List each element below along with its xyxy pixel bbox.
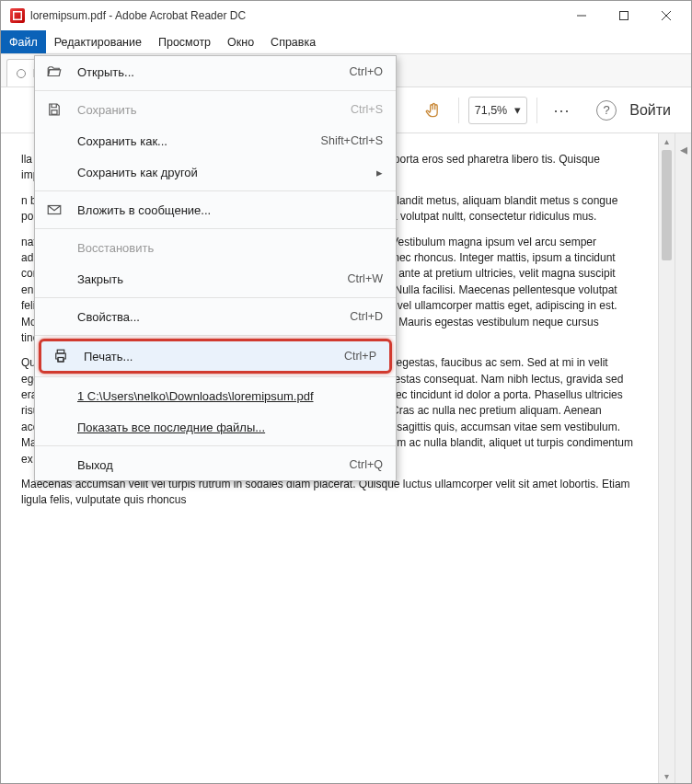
menu-revert: Восстановить: [35, 232, 396, 263]
menu-help[interactable]: Справка: [262, 30, 324, 53]
tools-pane-toggle[interactable]: ◂: [675, 133, 691, 783]
menu-open-shortcut: Ctrl+O: [350, 65, 383, 78]
signin-button[interactable]: Войти: [629, 102, 671, 119]
chevron-down-icon: ▾: [514, 103, 521, 117]
save-icon: [44, 99, 64, 120]
signin-area: ? Войти: [583, 100, 684, 121]
menubar: Файл Редактирование Просмотр Окно Справк…: [1, 30, 691, 54]
scroll-up-icon[interactable]: ▴: [659, 133, 675, 148]
menu-properties-shortcut: Ctrl+D: [350, 310, 383, 323]
close-button[interactable]: [645, 1, 687, 30]
printer-icon: [51, 346, 71, 366]
menu-save-as-other[interactable]: Сохранить как другой ▸: [35, 156, 396, 188]
paragraph: Maecenas accumsan velit vel turpis rutru…: [21, 477, 638, 509]
menu-recent-1-label: 1 C:\Users\nelko\Downloads\loremipsum.pd…: [77, 389, 383, 403]
menu-file[interactable]: Файл: [1, 30, 46, 53]
menu-attach-email-label: Вложить в сообщение...: [77, 203, 383, 217]
menu-exit[interactable]: Выход Ctrl+Q: [35, 449, 396, 480]
menu-close-label: Закрыть: [77, 272, 347, 286]
menu-open-label: Открыть...: [77, 65, 350, 79]
menu-close-shortcut: Ctrl+W: [347, 272, 383, 285]
svg-rect-7: [58, 358, 63, 363]
help-icon[interactable]: ?: [596, 100, 617, 121]
menu-exit-label: Выход: [77, 458, 350, 472]
zoom-value: 71,5%: [475, 104, 507, 117]
menu-save-shortcut: Ctrl+S: [351, 103, 383, 116]
menu-print-label: Печать...: [84, 350, 344, 363]
svg-rect-4: [52, 110, 57, 115]
menu-show-recent-label: Показать все последние файлы...: [77, 421, 383, 434]
file-menu-dropdown: Открыть... Ctrl+O Сохранить Ctrl+S Сохра…: [34, 55, 397, 481]
chevron-right-icon: ▸: [376, 166, 383, 179]
menu-save-as[interactable]: Сохранить как... Shift+Ctrl+S: [35, 125, 396, 156]
menu-print-shortcut: Ctrl+P: [344, 350, 376, 363]
menu-save-as-other-label: Сохранить как другой: [77, 166, 376, 179]
menu-save-as-shortcut: Shift+Ctrl+S: [321, 134, 383, 147]
hand-tool-button[interactable]: [418, 95, 449, 126]
titlebar: loremipsum.pdf - Adobe Acrobat Reader DC: [1, 1, 691, 30]
minimize-button[interactable]: [560, 1, 603, 30]
menu-edit[interactable]: Редактирование: [46, 30, 150, 53]
vertical-scrollbar[interactable]: ▴ ▾: [658, 133, 675, 783]
tab-indicator-icon: [17, 69, 26, 78]
chevron-left-icon: ◂: [680, 141, 687, 158]
app-window: loremipsum.pdf - Adobe Acrobat Reader DC…: [0, 0, 692, 784]
menu-save-as-label: Сохранить как...: [77, 134, 321, 148]
svg-rect-1: [620, 12, 629, 20]
app-icon: [10, 8, 25, 23]
menu-save-label: Сохранить: [77, 103, 351, 117]
menu-recent-1[interactable]: 1 C:\Users\nelko\Downloads\loremipsum.pd…: [35, 380, 396, 411]
menu-properties-label: Свойства...: [77, 310, 350, 324]
menu-open[interactable]: Открыть... Ctrl+O: [35, 56, 396, 87]
menu-show-recent[interactable]: Показать все последние файлы...: [35, 411, 396, 443]
menu-revert-label: Восстановить: [77, 241, 383, 255]
menu-exit-shortcut: Ctrl+Q: [350, 458, 383, 471]
menu-properties[interactable]: Свойства... Ctrl+D: [35, 301, 396, 332]
menu-view[interactable]: Просмотр: [150, 30, 219, 53]
more-tools-button[interactable]: ⋯: [547, 95, 578, 126]
maximize-button[interactable]: [603, 1, 645, 30]
scrollbar-thumb[interactable]: [662, 150, 672, 260]
menu-close[interactable]: Закрыть Ctrl+W: [35, 263, 396, 294]
scroll-down-icon[interactable]: ▾: [659, 768, 675, 783]
menu-save: Сохранить Ctrl+S: [35, 94, 396, 125]
menu-print[interactable]: Печать... Ctrl+P: [39, 339, 392, 374]
window-title: loremipsum.pdf - Adobe Acrobat Reader DC: [30, 9, 246, 22]
menu-attach-email[interactable]: Вложить в сообщение...: [35, 194, 396, 225]
zoom-select[interactable]: 71,5% ▾: [468, 97, 527, 124]
menu-window[interactable]: Окно: [219, 30, 262, 53]
folder-open-icon: [44, 62, 64, 82]
mail-icon: [44, 200, 64, 220]
